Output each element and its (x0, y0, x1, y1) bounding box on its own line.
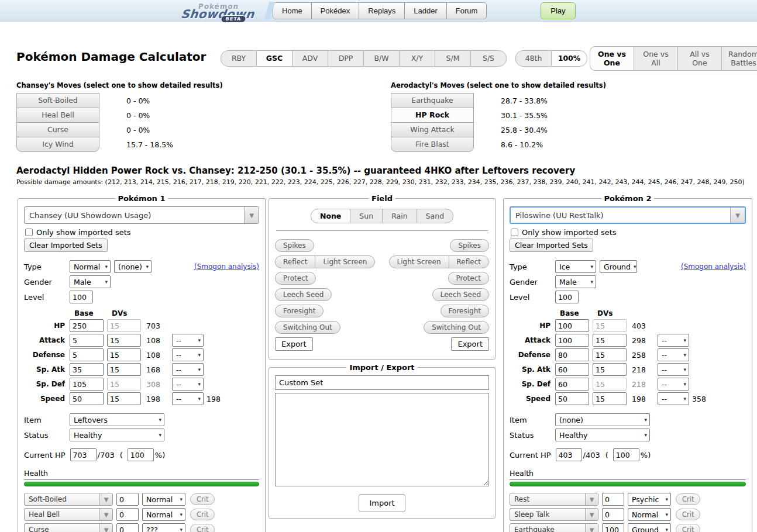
gen-tab-dpp[interactable]: DPP (328, 50, 364, 67)
defense-dv-input[interactable] (107, 348, 141, 361)
attack-base-input[interactable] (70, 334, 104, 347)
spatk-boost-select[interactable]: --▾ (172, 363, 204, 376)
attack-dv-input[interactable] (593, 334, 627, 347)
move-result-button-wing-attack[interactable]: Wing Attack (391, 122, 474, 137)
reflect-right-toggle[interactable]: Reflect (449, 255, 489, 268)
speed-boost-select[interactable]: --▾ (658, 392, 689, 405)
move3-select[interactable]: Earthquake▼ (510, 523, 598, 532)
move1-bp-input[interactable] (602, 493, 624, 506)
switching-out-right-toggle[interactable]: Switching Out (424, 321, 489, 334)
type2-select[interactable]: (none)▾ (114, 260, 152, 273)
speed-base-input[interactable] (70, 392, 104, 405)
type2-select[interactable]: Ground▾ (600, 260, 637, 273)
protect-left-toggle[interactable]: Protect (275, 272, 316, 285)
move3-select[interactable]: Curse▼ (24, 523, 113, 532)
move2-crit-button[interactable]: Crit (676, 509, 700, 520)
current-hp-input[interactable] (556, 448, 582, 461)
weather-sand-button[interactable]: Sand (417, 209, 453, 223)
spatk-dv-input[interactable] (107, 363, 141, 376)
gen-tab-adv[interactable]: ADV (292, 50, 328, 67)
reflect-left-toggle[interactable]: Reflect (275, 255, 315, 268)
move-result-button-fire-blast[interactable]: Fire Blast (391, 137, 474, 152)
item-select[interactable]: (none)▾ (555, 413, 650, 426)
set-title-input[interactable] (275, 375, 489, 390)
move1-crit-button[interactable]: Crit (190, 493, 215, 505)
spdef-dv-input[interactable] (107, 378, 141, 391)
defense-base-input[interactable] (70, 348, 104, 361)
gen-tab-bw[interactable]: B/W (363, 50, 400, 67)
attack-boost-select[interactable]: --▾ (658, 334, 689, 347)
hp-dv-input[interactable] (593, 319, 627, 332)
attack-dv-input[interactable] (107, 334, 141, 347)
move1-select[interactable]: Soft-Boiled▼ (24, 493, 113, 506)
speed-dv-input[interactable] (593, 392, 627, 405)
move2-bp-input[interactable] (116, 508, 139, 521)
gen-tab-xy[interactable]: X/Y (399, 50, 435, 67)
weather-sun-button[interactable]: Sun (350, 209, 383, 223)
foresight-right-toggle[interactable]: Foresight (441, 305, 489, 317)
nav-item-ladder[interactable]: Ladder (404, 2, 446, 19)
move2-type-select[interactable]: Normal▾ (142, 508, 185, 521)
status-select[interactable]: Healthy▾ (555, 429, 650, 441)
move2-bp-input[interactable] (602, 508, 624, 521)
vs-tab-one-vs-one[interactable]: One vs One (590, 46, 634, 71)
move3-type-select[interactable]: Ground▾ (628, 523, 671, 532)
weather-none-button[interactable]: None (311, 209, 350, 223)
play-button[interactable]: Play (541, 2, 575, 19)
move3-bp-input[interactable] (602, 523, 624, 532)
current-hp-percent-input[interactable] (613, 448, 639, 461)
leech-seed-right-toggle[interactable]: Leech Seed (432, 288, 489, 301)
nav-item-pokedex[interactable]: Pokédex (311, 2, 360, 19)
item-select[interactable]: Leftovers▾ (70, 413, 164, 426)
gen-tab-ss[interactable]: S/S (470, 50, 507, 67)
pokemon2-set-select[interactable]: Piloswine (UU RestTalk) ▼ (510, 206, 746, 224)
move1-select[interactable]: Rest▼ (510, 493, 598, 506)
nav-item-replays[interactable]: Replays (359, 2, 405, 19)
move2-type-select[interactable]: Normal▾ (628, 508, 671, 521)
attack-base-input[interactable] (555, 334, 589, 347)
move-result-button-soft-boiled[interactable]: Soft-Boiled (16, 93, 99, 108)
type1-select[interactable]: Ice▾ (555, 260, 596, 273)
defense-boost-select[interactable]: --▾ (172, 348, 204, 361)
move2-select[interactable]: Heal Bell▼ (24, 508, 113, 521)
move-result-button-hp-rock[interactable]: HP Rock (391, 108, 474, 123)
current-hp-percent-input[interactable] (128, 448, 154, 461)
defense-base-input[interactable] (555, 348, 589, 361)
hp-base-input[interactable] (555, 319, 589, 332)
spatk-boost-select[interactable]: --▾ (658, 363, 689, 376)
vs-tab-random-battles[interactable]: Random Battles (721, 46, 757, 71)
spdef-base-input[interactable] (555, 378, 589, 391)
clear-imported-sets-button[interactable]: Clear Imported Sets (510, 239, 593, 252)
light-screen-left-toggle[interactable]: Light Screen (315, 255, 375, 268)
nav-item-home[interactable]: Home (273, 2, 312, 19)
smogon-analysis-link[interactable]: (Smogon analysis) (194, 262, 259, 271)
nav-item-forum[interactable]: Forum (446, 2, 487, 19)
move2-crit-button[interactable]: Crit (190, 509, 215, 520)
hp-dv-input[interactable] (107, 319, 141, 332)
spdef-dv-input[interactable] (593, 378, 627, 391)
speed-dv-input[interactable] (107, 392, 141, 405)
gen-tab-rby[interactable]: RBY (221, 50, 257, 67)
move-result-button-curse[interactable]: Curse (16, 122, 99, 137)
export-right-button[interactable]: Export (451, 337, 489, 351)
move3-bp-input[interactable] (116, 523, 139, 532)
smogon-analysis-link[interactable]: (Smogon analysis) (681, 262, 746, 271)
spatk-base-input[interactable] (555, 363, 589, 376)
defense-boost-select[interactable]: --▾ (658, 348, 689, 361)
move3-crit-button[interactable]: Crit (190, 524, 215, 532)
only-imported-checkbox[interactable] (511, 229, 518, 236)
hp-base-input[interactable] (70, 319, 104, 332)
gender-select[interactable]: Male▾ (70, 275, 111, 288)
mode-tab-100[interactable]: 100% (551, 50, 587, 67)
move-result-button-heal-bell[interactable]: Heal Bell (16, 108, 99, 123)
weather-rain-button[interactable]: Rain (382, 209, 417, 223)
type1-select[interactable]: Normal▾ (70, 260, 111, 273)
light-screen-right-toggle[interactable]: Light Screen (389, 255, 449, 268)
foresight-left-toggle[interactable]: Foresight (275, 305, 324, 317)
leech-seed-left-toggle[interactable]: Leech Seed (275, 288, 332, 301)
gen-tab-sm[interactable]: S/M (435, 50, 471, 67)
level-input[interactable] (70, 291, 93, 303)
spdef-base-input[interactable] (70, 378, 104, 391)
status-select[interactable]: Healthy▾ (70, 429, 164, 441)
spikes-left-toggle[interactable]: Spikes (275, 239, 314, 252)
